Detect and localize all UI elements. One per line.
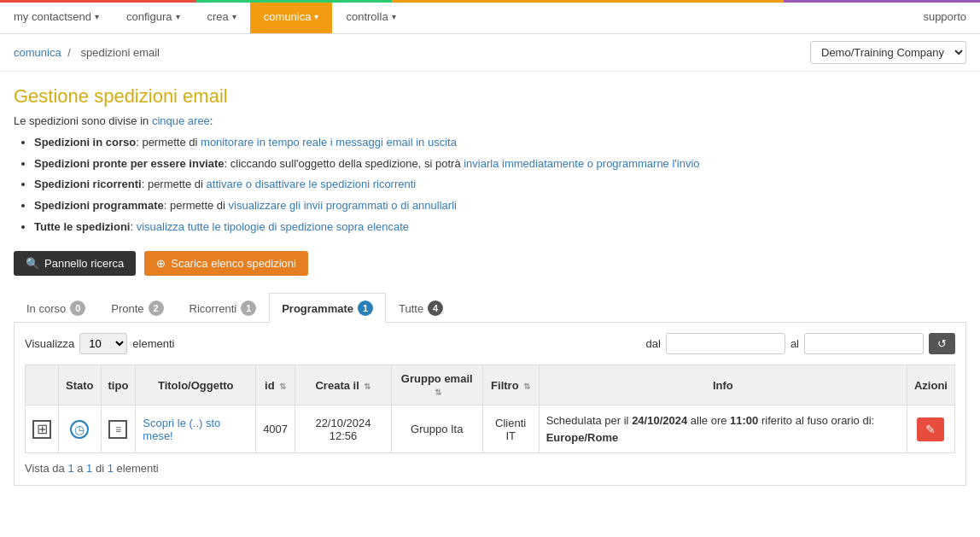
status-icon: ◷ xyxy=(70,420,89,439)
caret-icon: ▾ xyxy=(176,12,180,21)
download-button[interactable]: ⊕ Scarica elenco spedizioni xyxy=(144,251,308,276)
table-row: ⊞ ◷ ≡ Scopri le (..) sto mese! 4007 22/1… xyxy=(26,406,955,453)
feature-list: Spedizioni in corso: permette di monitor… xyxy=(14,132,966,237)
table-footer: Vista da 1 a 1 di 1 elementi xyxy=(25,462,955,475)
page-title: Gestione spedizioni email xyxy=(14,85,966,108)
list-item: Tutte le spedizioni: visualizza tutte le… xyxy=(34,217,966,238)
tab-badge-pronte: 2 xyxy=(149,301,164,316)
al-label: al xyxy=(790,337,799,350)
feature-link[interactable]: visualizzare gli invii programmati o di … xyxy=(229,199,457,212)
company-selector: Demo/Training Company xyxy=(810,41,966,64)
expand-icon[interactable]: ⊞ xyxy=(32,420,51,439)
sort-icon: ⇅ xyxy=(279,382,286,391)
nav-item-configura[interactable]: configura ▾ xyxy=(113,0,193,33)
nav-item-crea[interactable]: crea ▾ xyxy=(194,0,250,33)
feature-link[interactable]: visualizza tutte le tipologie di spedizi… xyxy=(137,220,409,233)
caret-icon: ▾ xyxy=(95,12,99,21)
tabs-row: In corso 0 Pronte 2 Ricorrenti 1 Program… xyxy=(14,293,966,323)
breadcrumb-current: spedizioni email xyxy=(81,46,160,59)
caret-icon: ▾ xyxy=(314,12,318,21)
refresh-icon: ↺ xyxy=(937,337,947,350)
table-header-row: Stato tipo Titolo/Oggetto id ⇅ Creata il… xyxy=(26,365,955,406)
tab-pronte[interactable]: Pronte 2 xyxy=(98,293,176,323)
breadcrumb-separator: / xyxy=(67,46,71,59)
tab-tutte[interactable]: Tutte 4 xyxy=(386,293,456,323)
dal-input[interactable] xyxy=(666,333,785,354)
footer-to-link[interactable]: 1 xyxy=(86,462,92,475)
search-panel-button[interactable]: 🔍 Pannello ricerca xyxy=(14,251,136,276)
feature-link[interactable]: monitorare in tempo reale i messaggi ema… xyxy=(201,136,457,149)
col-titolo: Titolo/Oggetto xyxy=(136,365,256,406)
cell-tipo: ≡ xyxy=(101,406,136,453)
main-content: Gestione spedizioni email Le spedizioni … xyxy=(0,72,980,499)
tab-in-corso[interactable]: In corso 0 xyxy=(14,293,98,323)
nav-item-my-contactsend[interactable]: my contactsend ▾ xyxy=(0,0,113,33)
list-item: Spedizioni programmate: permette di visu… xyxy=(34,196,966,217)
col-azioni: Azioni xyxy=(907,365,954,406)
list-item: Spedizioni pronte per essere inviate: cl… xyxy=(34,154,966,175)
feature-link[interactable]: attivare o disattivare le spedizioni ric… xyxy=(207,178,417,190)
spedizioni-table: Stato tipo Titolo/Oggetto id ⇅ Creata il… xyxy=(25,365,955,453)
footer-total-link[interactable]: 1 xyxy=(108,462,114,475)
per-page-select[interactable]: 10 25 50 100 xyxy=(79,333,127,354)
info-middle: alle ore xyxy=(687,414,730,427)
page-description: Le spedizioni sono divise in cinque aree… xyxy=(14,114,966,127)
cell-filtro: Clienti IT xyxy=(482,406,539,453)
download-icon: ⊕ xyxy=(156,257,166,270)
cell-gruppo-email: Gruppo Ita xyxy=(391,406,482,453)
tab-programmate[interactable]: Programmate 1 xyxy=(269,293,386,323)
feature-link[interactable]: inviarla immediatamente o programmarne l… xyxy=(464,157,699,170)
breadcrumb-bar: comunica / spedizioni email Demo/Trainin… xyxy=(0,34,980,72)
col-tipo: tipo xyxy=(101,365,136,406)
elementi-label: elementi xyxy=(132,337,174,350)
table-area: Visualizza 10 25 50 100 elementi dal al … xyxy=(14,323,966,486)
tab-badge-programmate: 1 xyxy=(358,301,373,316)
cell-info: Schedulata per il 24/10/2024 alle ore 11… xyxy=(539,406,907,453)
footer-from-link[interactable]: 1 xyxy=(67,462,73,475)
top-navigation: my contactsend ▾ configura ▾ crea ▾ comu… xyxy=(0,0,980,34)
edit-icon: ✎ xyxy=(925,423,936,436)
cinque-aree-link[interactable]: cinque aree xyxy=(152,114,210,127)
caret-icon: ▾ xyxy=(392,12,396,21)
sort-icon: ⇅ xyxy=(364,382,370,391)
list-item: Spedizioni in corso: permette di monitor… xyxy=(34,132,966,154)
info-date: 24/10/2024 xyxy=(632,414,687,427)
col-info: Info xyxy=(539,365,907,406)
info-suffix: riferito al fuso orario di: xyxy=(758,414,874,427)
action-buttons: 🔍 Pannello ricerca ⊕ Scarica elenco sped… xyxy=(14,251,966,276)
caret-icon: ▾ xyxy=(232,12,236,21)
visualizza-label: Visualizza xyxy=(25,337,74,350)
titolo-link[interactable]: Scopri le (..) sto mese! xyxy=(143,417,220,442)
refresh-button[interactable]: ↺ xyxy=(929,333,955,354)
nav-item-controlla[interactable]: controlla ▾ xyxy=(332,0,409,33)
tab-badge-in-corso: 0 xyxy=(70,301,85,316)
edit-button[interactable]: ✎ xyxy=(917,417,944,441)
cell-azioni: ✎ xyxy=(907,406,954,453)
table-controls: Visualizza 10 25 50 100 elementi dal al … xyxy=(25,333,955,354)
al-input[interactable] xyxy=(804,333,924,354)
cell-id: 4007 xyxy=(256,406,295,453)
tab-ricorrenti[interactable]: Ricorrenti 1 xyxy=(177,293,270,323)
breadcrumb-root[interactable]: comunica xyxy=(14,46,61,59)
table-controls-left: Visualizza 10 25 50 100 elementi xyxy=(25,333,174,354)
breadcrumb: comunica / spedizioni email xyxy=(14,46,163,59)
info-time: 11:00 xyxy=(730,414,758,427)
list-item: Spedizioni ricorrenti: permette di attiv… xyxy=(34,174,966,196)
type-icon: ≡ xyxy=(108,420,127,439)
nav-item-supporto[interactable]: supporto xyxy=(909,0,980,33)
dal-label: dal xyxy=(646,337,661,350)
tab-badge-tutte: 4 xyxy=(428,301,443,316)
sort-icon: ⇅ xyxy=(523,382,530,391)
col-checkbox xyxy=(26,365,59,406)
col-gruppo-email: Gruppo email ⇅ xyxy=(391,365,482,406)
col-filtro: Filtro ⇅ xyxy=(482,365,539,406)
company-select-input[interactable]: Demo/Training Company xyxy=(810,41,966,64)
col-id: id ⇅ xyxy=(256,365,295,406)
cell-creata-il: 22/10/2024 12:56 xyxy=(295,406,392,453)
sort-icon: ⇅ xyxy=(435,388,441,397)
col-creata-il: Creata il ⇅ xyxy=(295,365,392,406)
search-icon: 🔍 xyxy=(26,257,39,270)
nav-item-comunica[interactable]: comunica ▾ xyxy=(250,0,333,33)
cell-stato: ◷ xyxy=(59,406,102,453)
info-tz: Europe/Rome xyxy=(546,431,619,444)
